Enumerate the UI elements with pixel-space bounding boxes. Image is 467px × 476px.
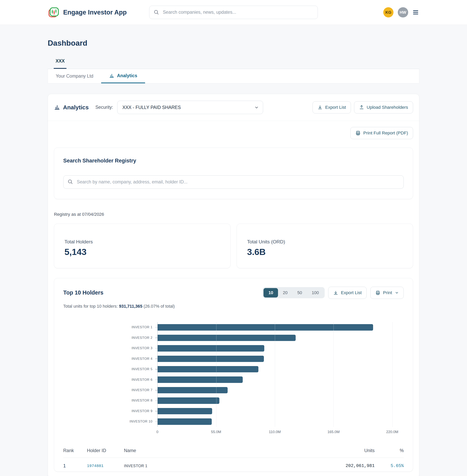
cell-units: 202,061,981 <box>317 463 375 468</box>
security-label: Security: <box>95 105 113 110</box>
total-units-card: Total Units (ORD) 3.6B <box>237 224 413 268</box>
bar-investor-9 <box>158 408 212 414</box>
cell-pct: 5.65% <box>375 463 404 468</box>
global-search-input[interactable] <box>149 6 318 19</box>
y-axis-label: INVESTOR 6 <box>63 375 157 385</box>
registry-card-title: Search Shareholder Registry <box>63 158 404 164</box>
bar-investor-10 <box>158 418 212 425</box>
print-full-report-button[interactable]: Print Full Report (PDF) <box>350 127 413 139</box>
y-tick-mark <box>155 348 157 349</box>
download-icon <box>333 290 338 295</box>
menu-icon[interactable] <box>412 9 419 16</box>
stat-label: Total Holders <box>65 239 220 245</box>
registry-search <box>63 175 404 189</box>
security-select-wrap: XXX - FULLY PAID SHARES <box>117 101 263 114</box>
tab-analytics[interactable]: Analytics <box>101 69 145 83</box>
chart-y-axis: INVESTOR 1INVESTOR 2INVESTOR 3INVESTOR 4… <box>63 322 157 427</box>
bar-investor-6 <box>158 376 243 383</box>
upload-icon <box>359 105 364 110</box>
analytics-panel-header: Analytics Security: XXX - FULLY PAID SHA… <box>48 94 419 121</box>
table-row: 11974881INVESTOR 1202,061,9815.65% <box>63 458 404 469</box>
x-axis-tick: 0 <box>156 430 158 434</box>
col-rank: Rank <box>63 448 87 453</box>
y-tick-mark <box>155 390 157 390</box>
search-icon <box>67 179 73 184</box>
y-tick-mark <box>155 327 157 328</box>
security-select[interactable]: XXX - FULLY PAID SHARES <box>117 101 263 114</box>
y-axis-label: INVESTOR 8 <box>63 395 157 406</box>
bar-investor-8 <box>158 397 220 404</box>
bar-chart-icon <box>109 73 114 78</box>
app-logo-icon <box>48 7 59 18</box>
y-tick-mark <box>155 380 157 380</box>
x-axis-tick: 55.0M <box>211 430 221 434</box>
bar-investor-1 <box>158 324 373 331</box>
top-10-summary: Total units for top 10 holders: 931,711,… <box>63 304 404 309</box>
bar-investor-5 <box>158 366 259 373</box>
shareholder-registry-card: Search Shareholder Registry <box>54 148 413 199</box>
header-actions: KG HW <box>318 7 419 18</box>
x-axis-tick: 220.0M <box>386 430 398 434</box>
y-tick-mark <box>155 359 157 359</box>
chart-x-axis: 055.0M110.0M165.0M220.0M <box>157 427 392 435</box>
col-pct: % <box>375 448 404 453</box>
registry-as-at-label: Registry as at 07/04/2026 <box>54 212 413 217</box>
print-report-row: Print Full Report (PDF) <box>48 121 419 139</box>
download-icon <box>318 105 323 110</box>
y-axis-label: INVESTOR 2 <box>63 333 157 343</box>
tab-xxx[interactable]: XXX <box>54 58 66 69</box>
bar-investor-7 <box>158 387 228 393</box>
y-tick-mark <box>155 369 157 369</box>
y-axis-label: INVESTOR 7 <box>63 385 157 395</box>
stat-value: 5,143 <box>65 247 220 257</box>
top-10-bar-chart: INVESTOR 1INVESTOR 2INVESTOR 3INVESTOR 4… <box>63 322 404 436</box>
analytics-panel: Analytics Security: XXX - FULLY PAID SHA… <box>48 94 419 476</box>
bar-chart-icon <box>54 104 60 110</box>
upload-shareholders-button[interactable]: Upload Shareholders <box>354 101 413 113</box>
printer-icon <box>376 290 380 295</box>
panel-actions: Export List Upload Shareholders <box>312 101 413 113</box>
search-icon <box>154 9 159 15</box>
y-axis-label: INVESTOR 10 <box>63 416 157 427</box>
stat-value: 3.6B <box>247 247 402 257</box>
col-units: Units <box>317 448 375 453</box>
cell-name: INVESTOR 1 <box>124 464 317 468</box>
y-axis-label: INVESTOR 4 <box>63 353 157 364</box>
holders-table: Rank Holder ID Name Units % 11974881INVE… <box>63 448 404 469</box>
avatar-hw[interactable]: HW <box>398 7 408 18</box>
stat-cards: Total Holders 5,143 Total Units (ORD) 3.… <box>54 224 413 268</box>
y-axis-label: INVESTOR 3 <box>63 343 157 353</box>
registry-search-input[interactable] <box>63 175 404 189</box>
app-header: Engage Investor App KG HW <box>0 0 467 25</box>
printer-icon <box>355 130 361 136</box>
gridline <box>392 322 392 427</box>
print-dropdown-button[interactable]: Print <box>370 287 404 299</box>
page-size-20[interactable]: 20 <box>278 288 293 298</box>
tab-your-company[interactable]: Your Company Ltd <box>48 69 101 83</box>
y-tick-mark <box>155 338 157 338</box>
page-size-10[interactable]: 10 <box>263 288 278 298</box>
section-tabs: Your Company Ltd Analytics <box>48 69 419 84</box>
bar-investor-4 <box>158 356 264 362</box>
col-holder-id: Holder ID <box>87 448 124 453</box>
chart-plot <box>157 322 392 427</box>
app-title: Engage Investor App <box>63 9 127 16</box>
page-size-50[interactable]: 50 <box>293 288 307 298</box>
page-title: Dashboard <box>48 39 419 47</box>
x-axis-tick: 165.0M <box>327 430 339 434</box>
avatar-kg[interactable]: KG <box>383 7 394 18</box>
holders-table-body: 11974881INVESTOR 1202,061,9815.65% <box>63 458 404 469</box>
top10-export-list-button[interactable]: Export List <box>328 287 367 299</box>
y-tick-mark <box>155 401 157 401</box>
app-window: Engage Investor App KG HW Dashboard XXX … <box>0 0 467 476</box>
export-list-button[interactable]: Export List <box>312 101 351 113</box>
cell-rank: 1 <box>63 463 87 469</box>
top-10-controls: 102050100 Export List <box>263 287 404 299</box>
page-size-100[interactable]: 100 <box>307 288 324 298</box>
cell-holder-id[interactable]: 1974881 <box>87 464 124 468</box>
y-tick-mark <box>155 422 157 422</box>
col-name: Name <box>124 448 317 453</box>
y-tick-mark <box>155 411 157 411</box>
brand[interactable]: Engage Investor App <box>48 7 149 18</box>
y-axis-label: INVESTOR 1 <box>63 322 157 333</box>
